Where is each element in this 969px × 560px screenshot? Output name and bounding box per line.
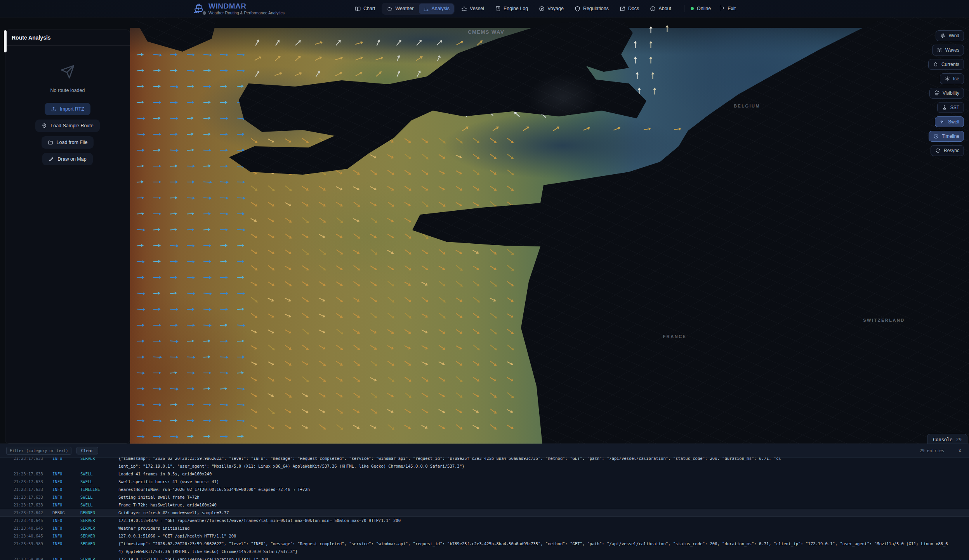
vector-arrow-icon [170,134,176,135]
layer-toggle-resync[interactable]: Resync [931,145,964,156]
nav-tab-label: Chart [363,6,375,11]
vector-arrow-icon [472,250,478,253]
vector-arrow-icon [421,314,426,317]
console-tab[interactable]: Console 29 [927,434,967,445]
log-timestamp: 21:23:17.642 [14,509,52,517]
log-category: SERVER [80,532,118,540]
nav-tab-label: Analysis [432,6,450,11]
vector-arrow-icon [203,357,209,358]
console-log-row: 21:23:17.633INFOSERVER{"timestamp": "202… [0,458,969,462]
vector-arrow-icon [405,297,410,301]
layer-toggle-visibility[interactable]: Visibility [929,88,964,99]
vector-arrow-icon [439,345,444,349]
vector-arrow-icon [583,128,589,130]
layer-toggle-timeline[interactable]: Timeline [929,131,964,142]
vector-arrow-icon [203,277,210,278]
vector-arrow-icon [268,377,273,381]
layer-toggle-swell[interactable]: Swell [935,116,964,127]
vector-arrow-icon [153,70,159,71]
draw-on-map-button[interactable]: Draw on Map [42,153,92,165]
vector-arrow-icon [370,234,375,237]
layer-toggle-wind[interactable]: Wind [936,30,964,41]
vector-arrow-icon [203,102,209,103]
vector-arrow-icon [353,233,359,238]
nav-tab-vessel[interactable]: Vessel [457,3,488,14]
vector-arrow-icon [250,345,255,349]
vector-arrow-icon [203,373,209,373]
vector-arrow-icon [203,166,209,167]
vector-arrow-icon [455,345,460,349]
vector-arrow-icon [170,357,176,358]
console-log-row: 21:23:59.989INFOSERVER{"timestamp": "202… [0,540,969,548]
log-category: SERVER [80,540,118,548]
vector-arrow-icon [220,150,226,151]
layer-toggle-waves[interactable]: Waves [932,45,964,55]
import-rtz-button[interactable]: Import RTZ [45,103,90,115]
console-clear-button[interactable]: Clear [76,447,98,454]
nav-tab-docs[interactable]: Docs [615,3,643,14]
console-close-button[interactable]: x [959,448,961,453]
vector-arrow-icon [203,86,209,87]
vector-arrow-icon [187,229,192,230]
vector-arrow-icon [187,420,193,421]
vector-arrow-icon [507,392,512,397]
console-count-badge: 29 [956,437,962,442]
vector-arrow-icon [137,309,143,310]
weather-cloud-icon [387,6,392,12]
vector-arrow-icon [170,182,176,182]
nav-tab-engine-log[interactable]: Engine Log [491,3,532,14]
vector-arrow-icon [268,250,273,253]
vector-arrow-icon [251,186,256,190]
nav-tab-voyage[interactable]: Voyage [535,3,568,14]
docs-external-link-icon [620,6,625,12]
vector-arrow-icon [285,202,290,205]
nav-tab-about[interactable]: About [646,3,676,14]
layer-toggle-ice[interactable]: Ice [940,73,964,84]
vector-arrow-icon [456,376,461,381]
vector-arrow-icon [268,202,273,206]
vector-arrow-icon [319,345,324,349]
vector-arrow-icon [153,293,158,294]
vector-arrow-icon [153,373,159,373]
vector-arrow-icon [353,313,358,317]
vector-arrow-icon [507,377,512,381]
nav-tab-weather[interactable]: Weather [382,3,418,14]
vector-arrow-icon [336,186,341,189]
load-from-file-button[interactable]: Load from File [42,136,94,149]
exit-button[interactable]: Exit [715,3,740,14]
vector-arrow-icon [251,234,256,238]
vector-arrow-icon [137,373,143,374]
vector-arrow-icon [137,70,142,71]
navigation-send-icon [60,64,75,81]
vector-arrow-icon [251,297,256,302]
panel-scrollbar-thumb[interactable] [4,30,7,52]
vector-arrow-icon [422,409,427,413]
vector-arrow-icon [302,234,307,238]
vector-arrow-icon [490,361,495,365]
layer-toggle-sst[interactable]: SST [937,102,964,113]
vector-arrow-icon [267,361,273,364]
vector-arrow-icon [473,329,478,333]
vector-arrow-icon [187,404,192,405]
layer-toggle-currents[interactable]: Currents [928,59,964,70]
sst-thermometer-icon [942,105,947,110]
vector-arrow-icon [220,198,226,198]
vector-arrow-icon [267,139,273,142]
vector-arrow-icon [507,281,512,285]
vector-arrow-icon [220,70,226,71]
vector-arrow-icon [405,313,410,317]
load-sample-route-button[interactable]: Load Sample Route [35,120,100,132]
nav-tab-chart[interactable]: Chart [351,3,380,14]
vector-arrow-icon [285,361,290,365]
vector-arrow-icon [170,86,177,87]
vector-arrow-icon [405,249,410,253]
vector-arrow-icon [137,325,142,326]
vector-arrow-icon [203,198,210,199]
nav-tab-analysis[interactable]: Analysis [419,3,454,14]
vector-arrow-icon [268,281,273,285]
nav-tab-regulations[interactable]: Regulations [570,3,613,14]
vector-arrow-icon [220,373,226,374]
console-filter-input[interactable] [6,447,71,455]
vector-arrow-icon [422,138,427,142]
vector-arrow-icon [153,118,159,119]
